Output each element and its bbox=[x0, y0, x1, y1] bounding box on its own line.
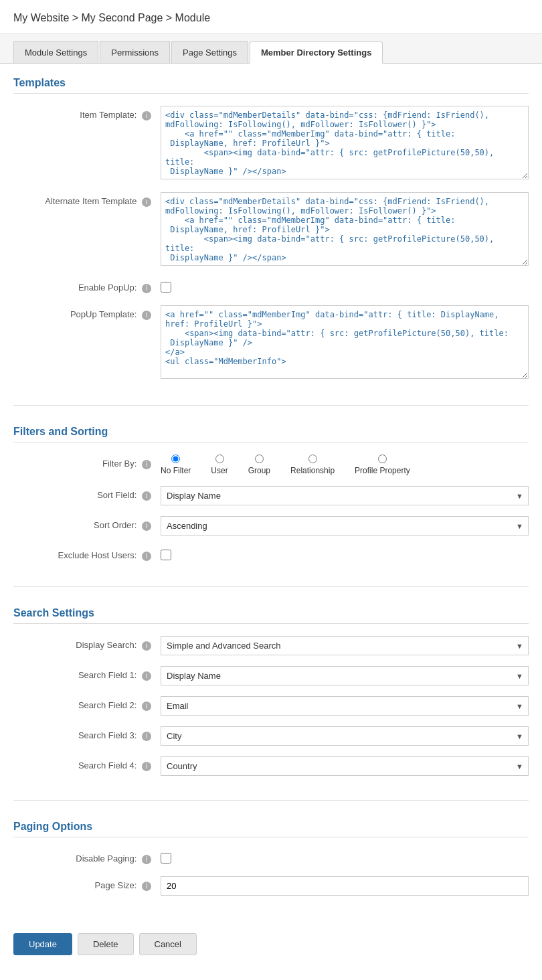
filters-sorting-section: Filters and Sorting Filter By: i No Filt… bbox=[0, 412, 542, 580]
alt-item-template-info-icon[interactable]: i bbox=[142, 197, 151, 207]
popup-template-info-icon[interactable]: i bbox=[142, 311, 151, 320]
templates-section: Templates Item Template: i <div class="m… bbox=[0, 64, 542, 398]
display-search-control: Simple and Advanced Search Simple Search… bbox=[161, 636, 529, 655]
tabs-bar: Module Settings Permissions Page Setting… bbox=[0, 34, 542, 64]
search-field1-control: Display Name First Name Last Name Userna… bbox=[161, 666, 529, 685]
disable-paging-info-icon[interactable]: i bbox=[142, 855, 151, 864]
filter-label-no-filter: No Filter bbox=[161, 466, 191, 475]
search-field3-info-icon[interactable]: i bbox=[142, 732, 151, 741]
page-size-label: Page Size: i bbox=[13, 876, 161, 891]
filter-option-no-filter: No Filter bbox=[161, 455, 191, 475]
search-field3-control: Display Name First Name Last Name Userna… bbox=[161, 726, 529, 746]
search-field4-info-icon[interactable]: i bbox=[142, 762, 151, 771]
search-field2-label: Search Field 2: i bbox=[13, 696, 161, 711]
disable-paging-label: Disable Paging: i bbox=[13, 849, 161, 864]
search-field3-select[interactable]: Display Name First Name Last Name Userna… bbox=[161, 726, 529, 746]
item-template-control: <div class="mdMemberDetails" data-bind="… bbox=[161, 106, 529, 181]
sort-order-info-icon[interactable]: i bbox=[142, 521, 151, 531]
item-template-textarea[interactable]: <div class="mdMemberDetails" data-bind="… bbox=[161, 106, 529, 179]
filter-radio-group: No Filter User Group Relationship bbox=[161, 455, 529, 475]
display-search-select[interactable]: Simple and Advanced Search Simple Search… bbox=[161, 636, 529, 655]
tab-module-settings[interactable]: Module Settings bbox=[13, 41, 98, 63]
enable-popup-label: Enable PopUp: i bbox=[13, 278, 161, 293]
item-template-info-icon[interactable]: i bbox=[142, 111, 151, 120]
filter-radio-profile-property[interactable] bbox=[378, 455, 387, 463]
search-field2-select[interactable]: Display Name First Name Last Name Userna… bbox=[161, 696, 529, 716]
enable-popup-info-icon[interactable]: i bbox=[142, 284, 151, 293]
filter-by-info-icon[interactable]: i bbox=[142, 460, 151, 469]
disable-paging-checkbox[interactable] bbox=[161, 853, 171, 864]
filter-option-group: Group bbox=[248, 455, 270, 475]
page-size-control: 20 bbox=[161, 876, 529, 896]
sort-order-label: Sort Order: i bbox=[13, 516, 161, 531]
filter-option-user: User bbox=[211, 455, 228, 475]
search-field3-row: Search Field 3: i Display Name First Nam… bbox=[13, 726, 529, 746]
sort-field-control: Display Name First Name Last Name Userna… bbox=[161, 486, 529, 505]
page-size-row: Page Size: i 20 bbox=[13, 876, 529, 896]
tab-member-directory-settings[interactable]: Member Directory Settings bbox=[250, 42, 383, 64]
search-field1-select-wrap: Display Name First Name Last Name Userna… bbox=[161, 666, 529, 685]
filter-option-relationship: Relationship bbox=[290, 455, 335, 475]
filter-label-group: Group bbox=[248, 466, 270, 475]
sort-field-label: Sort Field: i bbox=[13, 486, 161, 501]
breadcrumb-text: My Website > My Second Page > Module bbox=[13, 12, 210, 23]
paging-options-section: Paging Options Disable Paging: i Page Si… bbox=[0, 807, 542, 913]
search-field2-info-icon[interactable]: i bbox=[142, 702, 151, 711]
filter-label-profile-property: Profile Property bbox=[355, 466, 410, 475]
enable-popup-checkbox[interactable] bbox=[161, 282, 171, 293]
filter-radio-group[interactable] bbox=[255, 455, 264, 463]
filter-option-profile-property: Profile Property bbox=[355, 455, 410, 475]
search-field2-control: Display Name First Name Last Name Userna… bbox=[161, 696, 529, 716]
search-field4-label: Search Field 4: i bbox=[13, 756, 161, 771]
sort-field-row: Sort Field: i Display Name First Name La… bbox=[13, 486, 529, 505]
popup-template-row: PopUp Template: i <a href="" class="mdMe… bbox=[13, 305, 529, 381]
search-field1-info-icon[interactable]: i bbox=[142, 671, 151, 681]
sort-order-select-wrap: Ascending Descending bbox=[161, 516, 529, 536]
footer-buttons: Update Delete Cancel bbox=[0, 913, 542, 969]
search-field4-select[interactable]: Display Name First Name Last Name Userna… bbox=[161, 756, 529, 776]
templates-section-title: Templates bbox=[13, 77, 529, 94]
paging-options-title: Paging Options bbox=[13, 821, 529, 837]
item-template-row: Item Template: i <div class="mdMemberDet… bbox=[13, 106, 529, 181]
search-field4-control: Display Name First Name Last Name Userna… bbox=[161, 756, 529, 776]
sort-field-select-wrap: Display Name First Name Last Name Userna… bbox=[161, 486, 529, 505]
sort-order-select[interactable]: Ascending Descending bbox=[161, 516, 529, 536]
exclude-host-users-checkbox[interactable] bbox=[161, 550, 171, 560]
exclude-host-info-icon[interactable]: i bbox=[142, 552, 151, 561]
filter-radio-relationship[interactable] bbox=[308, 455, 317, 463]
filter-radio-user[interactable] bbox=[215, 455, 224, 463]
sort-order-control: Ascending Descending bbox=[161, 516, 529, 536]
tab-page-settings[interactable]: Page Settings bbox=[171, 41, 248, 63]
tab-permissions[interactable]: Permissions bbox=[100, 41, 170, 63]
sort-order-row: Sort Order: i Ascending Descending bbox=[13, 516, 529, 536]
enable-popup-control bbox=[161, 278, 529, 295]
popup-template-label: PopUp Template: i bbox=[13, 305, 161, 320]
page-size-info-icon[interactable]: i bbox=[142, 882, 151, 891]
alt-item-template-control: <div class="mdMemberDetails" data-bind="… bbox=[161, 192, 529, 268]
delete-button[interactable]: Delete bbox=[78, 933, 134, 955]
page-size-input[interactable]: 20 bbox=[161, 876, 529, 896]
alt-item-template-textarea[interactable]: <div class="mdMemberDetails" data-bind="… bbox=[161, 192, 529, 266]
display-search-label: Display Search: i bbox=[13, 636, 161, 651]
filter-by-row: Filter By: i No Filter User Group bbox=[13, 455, 529, 475]
cancel-button[interactable]: Cancel bbox=[139, 933, 197, 955]
popup-template-textarea[interactable]: <a href="" class="mdMemberImg" data-bind… bbox=[161, 305, 529, 379]
search-settings-title: Search Settings bbox=[13, 607, 529, 624]
update-button[interactable]: Update bbox=[13, 933, 72, 955]
search-field1-select[interactable]: Display Name First Name Last Name Userna… bbox=[161, 666, 529, 685]
search-field3-select-wrap: Display Name First Name Last Name Userna… bbox=[161, 726, 529, 746]
breadcrumb: My Website > My Second Page > Module bbox=[0, 0, 542, 34]
alt-item-template-label: Alternate Item Template i bbox=[13, 192, 161, 207]
exclude-host-users-label: Exclude Host Users: i bbox=[13, 546, 161, 561]
filter-label-user: User bbox=[211, 466, 228, 475]
sort-field-select[interactable]: Display Name First Name Last Name Userna… bbox=[161, 486, 529, 505]
filter-radio-no-filter[interactable] bbox=[171, 455, 180, 463]
filters-sorting-title: Filters and Sorting bbox=[13, 426, 529, 442]
search-settings-section: Search Settings Display Search: i Simple… bbox=[0, 594, 542, 793]
display-search-select-wrap: Simple and Advanced Search Simple Search… bbox=[161, 636, 529, 655]
filter-label-relationship: Relationship bbox=[290, 466, 335, 475]
exclude-host-users-control bbox=[161, 546, 529, 562]
display-search-info-icon[interactable]: i bbox=[142, 641, 151, 651]
search-field4-select-wrap: Display Name First Name Last Name Userna… bbox=[161, 756, 529, 776]
sort-field-info-icon[interactable]: i bbox=[142, 491, 151, 501]
